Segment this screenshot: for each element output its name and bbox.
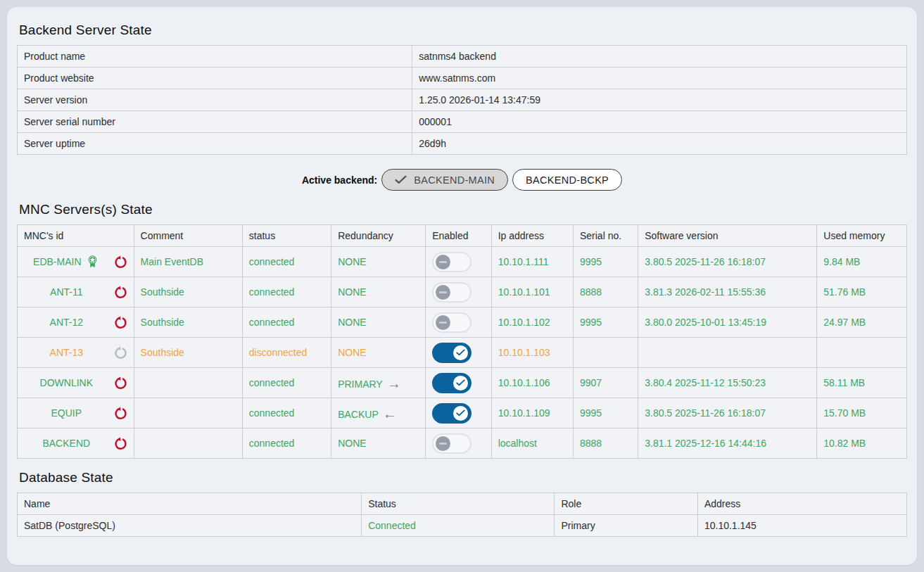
backend-state-value: satnms4 backend [412,46,907,68]
mnc-server-row: EDB-MAINMain EventDBconnectedNONE10.10.1… [18,247,907,277]
mnc-id-wrap: EDB-MAIN [18,247,134,277]
mnc-serial-cell: 9995 [573,398,638,428]
mnc-comment-cell: Southside [134,307,242,338]
enabled-toggle[interactable] [432,433,472,454]
mnc-header-row: MNC's idCommentstatusRedundancyEnabledIp… [18,225,907,247]
toggle-knob [436,436,450,451]
mnc-id-wrap: EQUIP [18,398,134,428]
enabled-toggle[interactable] [432,403,472,424]
mnc-ip-cell: 10.10.1.106 [491,368,573,398]
database-role-cell: Primary [555,515,698,537]
check-icon [456,349,465,356]
mnc-status-cell: disconnected [242,338,331,368]
mnc-server-row: BACKENDconnectedNONElocalhost88883.81.1 … [18,428,907,459]
restart-button[interactable] [113,284,129,300]
mnc-status-cell: connected [242,307,331,338]
enabled-toggle[interactable] [432,343,472,363]
backend-state-row: Product websitewww.satnms.com [18,68,907,89]
toggle-minus-icon [439,291,447,293]
mnc-id-wrap: DOWNLINK [18,368,134,398]
mnc-column-header: Used memory [817,225,907,247]
database-column-header: Name [18,493,362,515]
restart-button[interactable] [113,374,129,391]
mnc-redundancy-cell: NONE [331,277,426,307]
restart-button[interactable] [113,314,129,331]
section-title-mnc: MNC Servers(s) State [19,202,907,217]
backend-state-table: Product namesatnms4 backendProduct websi… [17,45,907,155]
mnc-ip-cell: 10.10.1.111 [491,247,573,277]
active-backend-row: Active backend: BACKEND-MAINBACKEND-BCKP [17,169,907,191]
mnc-comment-cell: Southside [134,277,242,307]
mnc-software-cell: 3.81.3 2026-02-11 15:55:36 [638,277,817,307]
mnc-enabled-cell [426,428,492,459]
restart-button[interactable] [113,435,129,452]
mnc-comment-cell: Southside [134,338,242,368]
database-status-cell: Connected [362,515,555,537]
mnc-server-row: ANT-12SouthsideconnectedNONE10.10.1.1029… [18,307,907,338]
toggle-knob [453,406,468,421]
mnc-comment-cell [134,428,242,459]
mnc-id-wrap: ANT-12 [18,307,134,337]
mnc-id-cell: ANT-12 [18,307,134,338]
mnc-id-wrap: ANT-13 [18,338,134,367]
active-backend-label: Active backend: [302,174,377,186]
mnc-server-row: ANT-11SouthsideconnectedNONE10.10.1.1018… [18,277,907,307]
mnc-enabled-cell [426,368,492,398]
mnc-memory-cell: 15.70 MB [817,398,907,428]
check-icon [456,379,465,386]
mnc-enabled-cell [426,338,492,368]
database-name-cell: SatDB (PostgreSQL) [18,515,362,537]
mnc-software-cell: 3.80.5 2025-11-26 16:18:07 [638,247,817,277]
mnc-id-label-wrap: ANT-11 [23,286,110,298]
database-column-header: Status [362,493,555,515]
mnc-redundancy-cell: PRIMARY→ [331,368,426,398]
toggle-knob [453,376,468,390]
backend-state-value: 26d9h [412,133,907,155]
restart-icon [113,345,129,361]
mnc-redundancy-cell: NONE [331,247,426,277]
enabled-toggle[interactable] [432,282,472,303]
backend-state-row: Server version1.25.0 2026-01-14 13:47:59 [18,89,907,111]
backend-state-value: www.satnms.com [412,68,907,89]
mnc-id-label: ANT-13 [50,347,83,358]
backend-state-row: Server serial number000001 [18,111,907,133]
backend-state-value: 1.25.0 2026-01-14 13:47:59 [412,89,907,111]
backend-state-row: Server uptime26d9h [18,133,907,155]
mnc-serial-cell: 9907 [573,368,638,398]
mnc-redundancy-cell: NONE [331,428,426,459]
backend-select-button[interactable]: BACKEND-MAIN [381,169,508,191]
mnc-id-label-wrap: BACKEND [23,438,110,449]
backend-select-button[interactable]: BACKEND-BCKP [512,169,622,191]
mnc-memory-cell [817,338,907,368]
mnc-id-label-wrap: ANT-12 [23,317,110,328]
mnc-comment-cell: Main EventDB [134,247,242,277]
mnc-software-cell: 3.80.0 2025-10-01 13:45:19 [638,307,817,338]
toggle-knob [436,315,450,330]
toggle-minus-icon [439,322,447,324]
mnc-servers-table: MNC's idCommentstatusRedundancyEnabledIp… [17,224,907,459]
mnc-id-label-wrap: EQUIP [23,407,110,419]
mnc-status-cell: connected [242,247,331,277]
restart-icon [113,314,129,331]
mnc-serial-cell: 9995 [573,247,638,277]
database-header-row: NameStatusRoleAddress [18,493,907,515]
mnc-memory-cell: 51.76 MB [817,277,907,307]
mnc-id-wrap: ANT-11 [18,277,134,307]
mnc-id-wrap: BACKEND [18,428,134,458]
mnc-enabled-cell [426,247,492,277]
enabled-toggle[interactable] [432,252,472,272]
mnc-memory-cell: 24.97 MB [817,307,907,338]
mnc-id-cell: EQUIP [18,398,134,428]
mnc-software-cell: 3.81.1 2025-12-16 14:44:16 [638,428,817,459]
mnc-redundancy-cell: NONE [331,338,426,368]
database-column-header: Role [555,493,698,515]
enabled-toggle[interactable] [432,312,472,333]
award-badge-icon [85,254,100,269]
mnc-column-header: Ip address [491,225,573,247]
restart-button[interactable] [113,253,129,270]
mnc-redundancy-cell: NONE [331,307,426,338]
restart-button[interactable] [113,405,129,421]
database-state-table: NameStatusRoleAddress SatDB (PostgreSQL)… [17,492,907,537]
mnc-server-row: DOWNLINKconnectedPRIMARY→10.10.1.1069907… [18,368,907,398]
enabled-toggle[interactable] [432,373,472,393]
